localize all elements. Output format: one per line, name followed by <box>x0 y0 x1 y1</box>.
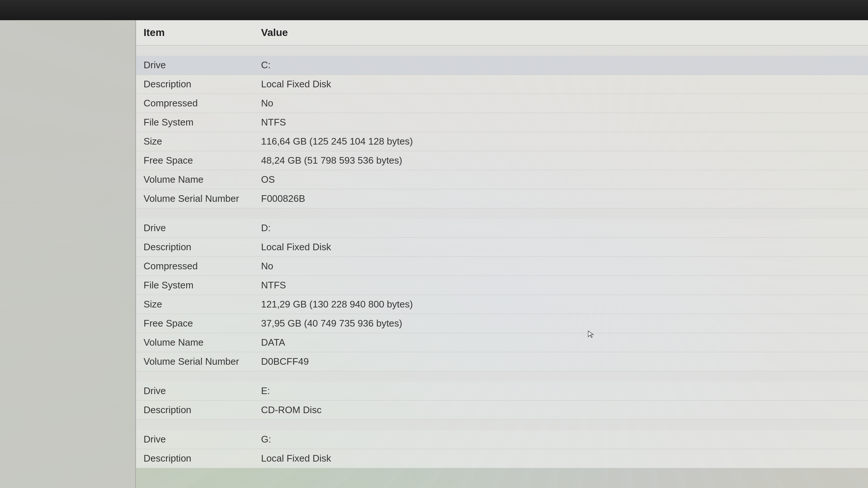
row-item-label: Volume Name <box>136 333 250 352</box>
row-item-value: Local Fixed Disk <box>250 449 868 468</box>
row-item-label: Description <box>136 449 250 468</box>
row-item-value: DATA <box>250 333 868 352</box>
row-item-value: OS <box>250 170 868 189</box>
row-item-value: No <box>250 257 868 276</box>
table-row: DriveG: <box>136 430 868 449</box>
table-row: DescriptionLocal Fixed Disk <box>136 449 868 468</box>
row-item-value: D: <box>250 219 868 237</box>
row-item-value: C: <box>250 56 868 74</box>
row-item-value: Local Fixed Disk <box>250 238 868 256</box>
row-item-label: Description <box>136 75 250 94</box>
row-item-label: Volume Serial Number <box>136 189 250 208</box>
section-separator-1 <box>136 208 868 219</box>
row-item-label: Compressed <box>136 257 250 276</box>
row-item-value: Local Fixed Disk <box>250 75 868 94</box>
table-row: Free Space37,95 GB (40 749 735 936 bytes… <box>136 314 868 333</box>
section-separator-0 <box>136 45 868 56</box>
left-panel <box>0 20 136 488</box>
row-item-value: 116,64 GB (125 245 104 128 bytes) <box>250 132 868 151</box>
table-row: Volume NameDATA <box>136 333 868 352</box>
section-separator-2 <box>136 371 868 382</box>
row-item-value: F000826B <box>250 189 868 208</box>
header-item: Item <box>136 27 250 39</box>
table-row: DescriptionCD-ROM Disc <box>136 401 868 420</box>
row-item-value: NTFS <box>250 276 868 295</box>
table-area: Item Value DriveC:DescriptionLocal Fixed… <box>136 20 868 468</box>
row-item-value: 37,95 GB (40 749 735 936 bytes) <box>250 314 868 333</box>
table-row: CompressedNo <box>136 257 868 276</box>
row-item-label: Size <box>136 295 250 314</box>
top-bar <box>0 0 868 20</box>
table-row: File SystemNTFS <box>136 276 868 295</box>
row-item-label: Description <box>136 401 250 419</box>
table-row: File SystemNTFS <box>136 113 868 132</box>
table-row: Size116,64 GB (125 245 104 128 bytes) <box>136 132 868 151</box>
drives-container: DriveC:DescriptionLocal Fixed DiskCompre… <box>136 45 868 468</box>
row-item-value: CD-ROM Disc <box>250 401 868 419</box>
row-item-label: Volume Name <box>136 170 250 189</box>
row-item-label: File System <box>136 276 250 295</box>
table-header: Item Value <box>136 20 868 45</box>
table-row: Free Space48,24 GB (51 798 593 536 bytes… <box>136 151 868 170</box>
row-item-label: Free Space <box>136 314 250 333</box>
row-item-value: G: <box>250 430 868 449</box>
row-item-value: No <box>250 94 868 113</box>
table-row: Volume Serial NumberF000826B <box>136 189 868 208</box>
table-row: Size121,29 GB (130 228 940 800 bytes) <box>136 295 868 314</box>
row-item-value: NTFS <box>250 113 868 132</box>
table-row: DriveD: <box>136 219 868 238</box>
header-value: Value <box>250 27 868 39</box>
section-separator-3 <box>136 420 868 430</box>
table-row: DescriptionLocal Fixed Disk <box>136 75 868 94</box>
row-item-value: D0BCFF49 <box>250 352 868 371</box>
table-row: DriveC: <box>136 56 868 75</box>
row-item-value: E: <box>250 382 868 400</box>
table-row: CompressedNo <box>136 94 868 113</box>
row-item-label: Volume Serial Number <box>136 352 250 371</box>
row-item-label: Drive <box>136 430 250 449</box>
row-item-label: Free Space <box>136 151 250 170</box>
table-row: DescriptionLocal Fixed Disk <box>136 238 868 257</box>
table-row: DriveE: <box>136 382 868 401</box>
main-container: Item Value DriveC:DescriptionLocal Fixed… <box>0 20 868 488</box>
row-item-label: Description <box>136 238 250 256</box>
row-item-label: Drive <box>136 56 250 74</box>
table-row: Volume NameOS <box>136 170 868 189</box>
row-item-label: Drive <box>136 219 250 237</box>
row-item-value: 48,24 GB (51 798 593 536 bytes) <box>250 151 868 170</box>
table-row: Volume Serial NumberD0BCFF49 <box>136 352 868 371</box>
row-item-label: Compressed <box>136 94 250 113</box>
right-panel: Item Value DriveC:DescriptionLocal Fixed… <box>136 20 868 488</box>
row-item-label: Drive <box>136 382 250 400</box>
row-item-label: Size <box>136 132 250 151</box>
row-item-value: 121,29 GB (130 228 940 800 bytes) <box>250 295 868 314</box>
row-item-label: File System <box>136 113 250 132</box>
